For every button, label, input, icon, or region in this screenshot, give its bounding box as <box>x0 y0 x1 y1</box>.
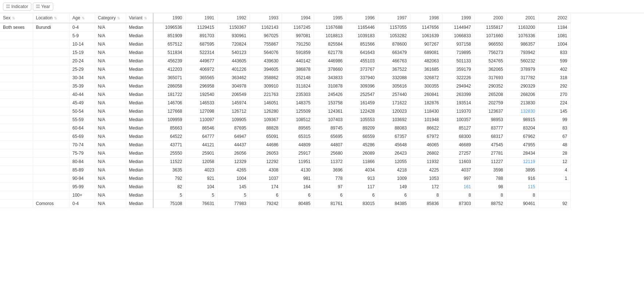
col-header-location[interactable]: Location ⇅ <box>33 13 69 23</box>
drag-icon <box>6 5 10 8</box>
table-row: 80-84N/AMedian11522120581232912292119511… <box>0 158 570 166</box>
col-header-1997: 1997 <box>378 13 410 23</box>
table-wrapper[interactable]: Sex ⇅ Location ⇅ Age ⇅ <box>0 13 644 282</box>
table-row: 20-24N/AMedian45623944967744360543963044… <box>0 57 570 65</box>
col-header-1998: 1998 <box>410 13 442 23</box>
col-header-1993: 1993 <box>249 13 282 23</box>
sex-sort-icon[interactable]: ⇅ <box>12 16 15 20</box>
table-row: 75-79N/AMedian25550259012605626053259172… <box>0 149 570 158</box>
table-row: 65-69N/AMedian64522647776494765091653156… <box>0 132 570 141</box>
col-header-category[interactable]: Category ⇅ <box>95 13 126 23</box>
data-table: Sex ⇅ Location ⇅ Age ⇅ <box>0 13 571 208</box>
table-row: 90-94N/AMedian79292110041037981778913100… <box>0 174 570 183</box>
table-row: 95-99N/AMedian82104145174164971171491721… <box>0 183 570 191</box>
table-row: 30-34N/AMedian36507136556536346235886235… <box>0 74 570 82</box>
table-row: 55-59N/AMedian10995911009710990510936710… <box>0 116 570 124</box>
indicator-label: Indicator <box>11 4 28 9</box>
drag-icon-year <box>36 5 40 8</box>
col-header-age[interactable]: Age ⇅ <box>69 13 95 23</box>
table-row: Comoros0-4N/AMedian751087663177983792428… <box>0 200 570 208</box>
col-header-1992: 1992 <box>217 13 249 23</box>
table-body: Both sexesBurundi0-4N/AMedian10965361129… <box>0 23 570 208</box>
col-header-1991: 1991 <box>185 13 217 23</box>
table-row: 85-89N/AMedian36354023426543084130369640… <box>0 166 570 174</box>
table-row: 60-64N/AMedian85663865468769588828895658… <box>0 124 570 132</box>
table-row: 35-39N/AMedian28605829695830497830991031… <box>0 82 570 90</box>
col-header-1990: 1990 <box>153 13 185 23</box>
col-header-2000: 2000 <box>474 13 506 23</box>
table-row: 25-29N/AMedian41220340697240122639460538… <box>0 65 570 74</box>
col-header-1999: 1999 <box>442 13 474 23</box>
table-row: 40-44N/AMedian18172219254020654922176323… <box>0 90 570 99</box>
col-header-2002: 2002 <box>538 13 570 23</box>
location-sort-icon[interactable]: ⇅ <box>54 16 57 20</box>
variant-sort-icon[interactable]: ⇅ <box>144 16 147 20</box>
table-row: 70-74N/AMedian43771441214443744686448094… <box>0 141 570 149</box>
col-header-sex[interactable]: Sex ⇅ <box>0 13 33 23</box>
col-header-1996: 1996 <box>346 13 378 23</box>
year-label: Year <box>41 4 50 9</box>
age-sort-icon[interactable]: ⇅ <box>82 16 85 20</box>
year-pill[interactable]: Year <box>33 3 53 11</box>
category-sort-icon[interactable]: ⇅ <box>117 16 120 20</box>
table-row: 5-9N/AMedian8519098917039309619670259970… <box>0 32 570 40</box>
table-row: 10-14N/AMedian65751268759572082475586779… <box>0 40 570 49</box>
col-header-1994: 1994 <box>282 13 314 23</box>
table-row: 45-49N/AMedian14670614653314597414605114… <box>0 99 570 107</box>
table-row: Both sexesBurundi0-4N/AMedian10965361129… <box>0 23 570 32</box>
col-header-1995: 1995 <box>314 13 346 23</box>
table-row: 50-54N/AMedian12766812709812671212628012… <box>0 107 570 116</box>
top-bar: Indicator Year <box>0 0 644 13</box>
col-header-variant[interactable]: Variant ⇅ <box>126 13 153 23</box>
indicator-pill[interactable]: Indicator <box>3 3 31 11</box>
table-row: 100+N/AMedian555666668888 <box>0 191 570 200</box>
col-header-2001: 2001 <box>506 13 538 23</box>
table-row: 15-19N/AMedian51183452231454012356407659… <box>0 49 570 57</box>
header-row: Sex ⇅ Location ⇅ Age ⇅ <box>0 13 570 23</box>
